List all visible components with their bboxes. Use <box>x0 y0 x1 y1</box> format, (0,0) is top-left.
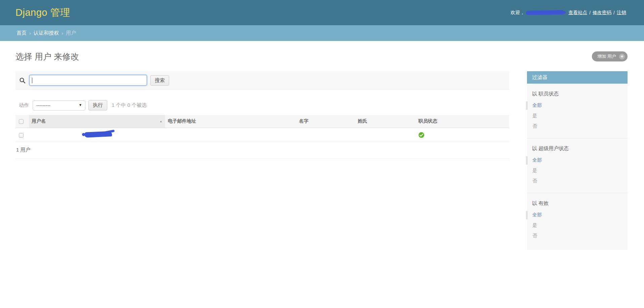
search-button[interactable]: 搜索 <box>150 75 169 86</box>
filter-option-link[interactable]: 是 <box>532 168 537 173</box>
column-header-email[interactable]: 电子邮件地址 <box>165 115 296 128</box>
search-toolbar: 搜索 <box>15 71 509 90</box>
row-email-cell <box>165 128 296 142</box>
filter-option-link[interactable]: 全部 <box>532 212 542 217</box>
row-username-cell <box>29 128 165 142</box>
welcome-text: 欢迎， <box>510 10 525 16</box>
action-counter: 1 个中 0 个被选 <box>112 102 147 108</box>
actions-label: 动作 <box>19 102 29 108</box>
filter-option-link[interactable]: 否 <box>532 123 537 129</box>
filter-heading-staff: 以 职员状态 <box>527 84 628 97</box>
filter-option-link[interactable]: 是 <box>532 222 537 228</box>
filter-option-link[interactable]: 否 <box>532 233 537 238</box>
breadcrumb-separator: › <box>29 30 31 36</box>
change-password-link[interactable]: 修改密码 <box>593 10 611 16</box>
row-last-name-cell <box>355 128 416 142</box>
green-check-icon <box>418 132 506 138</box>
column-header-first-name[interactable]: 名字 <box>296 115 355 128</box>
filter-option[interactable]: 是 <box>527 166 628 176</box>
filter-option[interactable]: 全部 <box>527 155 628 166</box>
filter-heading-active: 以 有效 <box>527 193 628 207</box>
filter-option-link[interactable]: 否 <box>532 178 537 183</box>
column-header-username[interactable]: 用户名 ▲ <box>29 115 165 128</box>
filter-heading-superuser: 以 超级用户状态 <box>527 138 628 152</box>
results-table: 用户名 ▲ 电子邮件地址 名字 姓氏 职员状态 <box>15 115 509 142</box>
row-select-cell <box>15 128 29 142</box>
title-row: 选择 用户 来修改 增加 用户 + <box>15 50 628 62</box>
filter-option-link[interactable]: 是 <box>532 113 537 118</box>
changelist-main: 搜索 动作 --------- ▼ 执行 1 个中 0 个被选 <box>15 71 509 159</box>
redaction-scribble-username <box>526 10 564 15</box>
plus-icon: + <box>619 54 625 59</box>
link-separator: / <box>589 10 591 15</box>
action-select[interactable]: --------- <box>33 100 85 111</box>
row-checkbox[interactable] <box>19 133 24 138</box>
filter-option[interactable]: 是 <box>527 111 628 121</box>
filter-option[interactable]: 是 <box>527 220 628 231</box>
user-link[interactable] <box>82 133 112 138</box>
paginator: 1 用户 <box>15 142 509 159</box>
content-area: 选择 用户 来修改 增加 用户 + 搜索 <box>0 41 644 250</box>
breadcrumb: 首页 › 认证和授权 › 用户 <box>0 25 644 41</box>
filter-group-active: 全部 是 否 <box>527 210 628 241</box>
filter-group-staff: 全部 是 否 <box>527 100 628 132</box>
filter-group-superuser: 全部 是 否 <box>527 155 628 186</box>
execute-action-button[interactable]: 执行 <box>88 100 107 111</box>
user-tools: 欢迎， 查看站点 / 修改密码 / 注销 <box>510 10 628 16</box>
breadcrumb-auth[interactable]: 认证和授权 <box>34 30 59 36</box>
breadcrumb-separator: › <box>62 30 63 36</box>
search-input[interactable] <box>29 75 147 86</box>
select-all-header-cell <box>15 115 29 128</box>
filter-option[interactable]: 否 <box>527 121 628 132</box>
ascending-sort-icon[interactable]: ▲ <box>159 120 162 123</box>
row-staff-status-cell <box>416 128 509 142</box>
filter-option-link[interactable]: 全部 <box>532 157 542 163</box>
site-brand[interactable]: Django 管理 <box>15 6 70 19</box>
redaction-scribble-username <box>84 131 112 138</box>
filter-option[interactable]: 全部 <box>527 100 628 111</box>
logout-link[interactable]: 注销 <box>617 10 626 16</box>
column-header-staff-status[interactable]: 职员状态 <box>416 115 509 128</box>
table-row <box>15 128 509 142</box>
filter-option[interactable]: 全部 <box>527 210 628 220</box>
filter-option[interactable]: 否 <box>527 231 628 241</box>
column-header-last-name[interactable]: 姓氏 <box>355 115 416 128</box>
filter-option-link[interactable]: 全部 <box>532 102 542 108</box>
magnifier-icon <box>19 77 26 84</box>
page-title: 选择 用户 来修改 <box>15 51 79 62</box>
add-user-button[interactable]: 增加 用户 + <box>592 51 628 61</box>
text-cursor <box>32 78 32 83</box>
breadcrumb-home[interactable]: 首页 <box>16 30 27 36</box>
filter-sidebar: 过滤器 以 职员状态 全部 是 否 以 超级用户状态 全部 是 否 以 有效 全… <box>527 71 628 250</box>
actions-row: 动作 --------- ▼ 执行 1 个中 0 个被选 <box>15 100 509 111</box>
breadcrumb-current: 用户 <box>66 30 76 36</box>
column-header-username-label: 用户名 <box>32 118 46 124</box>
select-all-checkbox[interactable] <box>19 119 24 124</box>
filter-option[interactable]: 否 <box>527 176 628 186</box>
add-user-button-label: 增加 用户 <box>597 53 616 59</box>
view-site-link[interactable]: 查看站点 <box>568 10 587 16</box>
table-header-row: 用户名 ▲ 电子邮件地址 名字 姓氏 职员状态 <box>15 115 509 128</box>
row-first-name-cell <box>296 128 355 142</box>
filter-title: 过滤器 <box>527 71 628 84</box>
app-header: Django 管理 欢迎， 查看站点 / 修改密码 / 注销 <box>0 0 644 25</box>
link-separator: / <box>613 10 615 15</box>
